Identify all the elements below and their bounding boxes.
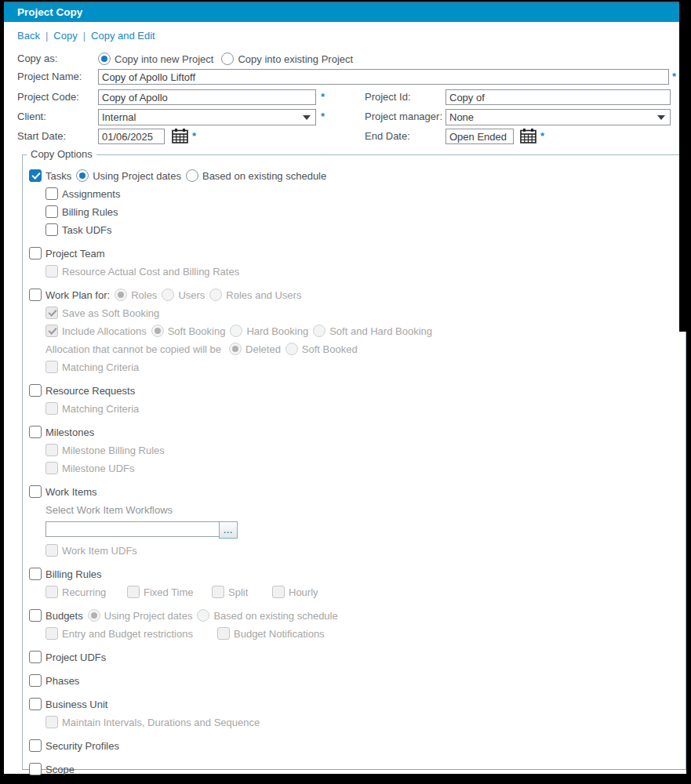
label-project-udfs: Project UDFs bbox=[45, 652, 106, 663]
label-tasks: Tasks bbox=[45, 170, 71, 182]
checkbox-billing-rules[interactable] bbox=[45, 205, 58, 218]
end-date-calendar-icon[interactable] bbox=[519, 129, 536, 144]
option-phases: Phases bbox=[29, 674, 79, 687]
radio-hard-booking bbox=[230, 325, 242, 337]
checkbox-project-team[interactable] bbox=[29, 247, 42, 260]
checkbox-resource-requests[interactable] bbox=[29, 384, 42, 397]
required-asterisk: * bbox=[192, 129, 196, 144]
checkbox-project-udfs[interactable] bbox=[29, 651, 42, 663]
copy-options-legend: Copy Options bbox=[27, 148, 96, 160]
option-using-project-dates: Using Project dates bbox=[88, 609, 193, 622]
option-row-security-profiles: Security Profiles bbox=[29, 739, 686, 752]
radio-using-project-dates bbox=[88, 609, 100, 622]
option-milestone-udfs: Milestone UDFs bbox=[45, 462, 134, 474]
label-based-on-existing-schedule: Based on existing schedule bbox=[202, 170, 326, 182]
label-resource-actual-cost-and-billing-rates: Resource Actual Cost and Billing Rates bbox=[62, 266, 239, 278]
checkbox-assignments[interactable] bbox=[45, 187, 58, 200]
radio-soft-booking bbox=[151, 325, 164, 337]
label-roles: Roles bbox=[131, 289, 157, 301]
option-row-milestone-udfs: Milestone UDFs bbox=[45, 462, 686, 474]
label-billing-rules: Billing Rules bbox=[62, 206, 118, 218]
workflow-picker-button[interactable]: ... bbox=[219, 521, 238, 539]
required-asterisk: * bbox=[321, 89, 325, 105]
option-row-request-matching-criteria: Matching Criteria bbox=[45, 402, 686, 415]
checkbox-hourly bbox=[272, 586, 285, 598]
checkbox-phases[interactable] bbox=[29, 674, 42, 687]
label-security-profiles: Security Profiles bbox=[45, 740, 119, 752]
option-using-project-dates: Using Project dates bbox=[76, 169, 181, 182]
end-date-input[interactable] bbox=[446, 129, 514, 144]
label-soft-booking: Soft Booking bbox=[168, 325, 226, 337]
label-hourly: Hourly bbox=[289, 586, 318, 598]
workflow-picker: ... bbox=[45, 521, 238, 539]
option-work-items: Work Items bbox=[29, 485, 97, 498]
label-using-project-dates: Using Project dates bbox=[93, 170, 181, 182]
checkbox-scope[interactable] bbox=[29, 763, 42, 775]
option-resource-actual-cost-and-billing-rates: Resource Actual Cost and Billing Rates bbox=[45, 265, 239, 278]
option-budgets: Budgets bbox=[29, 609, 83, 622]
checkbox-security-profiles[interactable] bbox=[29, 739, 42, 752]
option-row-work-items: Work Items bbox=[29, 485, 686, 498]
option-resource-requests: Resource Requests bbox=[29, 384, 135, 397]
option-matching-criteria: Matching Criteria bbox=[45, 361, 139, 373]
label-budgets: Budgets bbox=[45, 610, 83, 622]
option-scope: Scope bbox=[29, 763, 75, 775]
option-row-workflow-label: Select Work Item Workflows bbox=[45, 503, 686, 516]
copy-link[interactable]: Copy bbox=[53, 30, 77, 42]
back-link[interactable]: Back bbox=[17, 30, 40, 42]
checkbox-business-unit[interactable] bbox=[29, 698, 42, 710]
start-date-calendar-icon[interactable] bbox=[171, 129, 188, 144]
option-business-unit: Business Unit bbox=[29, 698, 107, 710]
project-manager-select-value: None bbox=[449, 111, 657, 123]
checkbox-milestone-udfs bbox=[45, 462, 58, 474]
link-separator: | bbox=[83, 30, 85, 42]
label-split: Split bbox=[228, 586, 248, 598]
project-code-input[interactable] bbox=[98, 89, 316, 105]
start-date-input[interactable] bbox=[98, 129, 165, 144]
checkbox-billing-rules[interactable] bbox=[29, 568, 42, 580]
copy-into-new-project-radio[interactable] bbox=[98, 53, 111, 65]
option-row-workplan-matching-criteria: Matching Criteria bbox=[45, 361, 686, 373]
option-row-resource-requests: Resource Requests bbox=[29, 384, 686, 397]
option-security-profiles: Security Profiles bbox=[29, 739, 119, 752]
client-select[interactable]: Internal bbox=[98, 109, 316, 125]
text-select-work-item-workflows: Select Work Item Workflows bbox=[45, 504, 173, 516]
option-row-budget-subs: Entry and Budget restrictionsBudget Noti… bbox=[45, 627, 686, 640]
project-manager-select[interactable]: None bbox=[446, 109, 671, 125]
label-save-as-soft-booking: Save as Soft Booking bbox=[62, 307, 159, 319]
label-recurring: Recurring bbox=[62, 586, 106, 598]
label-phases: Phases bbox=[45, 675, 79, 687]
project-name-input[interactable] bbox=[98, 69, 669, 85]
label-fixed-time: Fixed Time bbox=[144, 586, 194, 598]
option-row-business-unit: Business Unit bbox=[29, 698, 686, 710]
checkbox-task-udfs[interactable] bbox=[45, 223, 58, 236]
option-row-save-soft-booking: Save as Soft Booking bbox=[45, 307, 686, 319]
copy-and-edit-link[interactable]: Copy and Edit bbox=[91, 30, 155, 42]
label-soft-and-hard-booking: Soft and Hard Booking bbox=[329, 325, 432, 337]
option-based-on-existing-schedule: Based on existing schedule bbox=[197, 609, 337, 622]
project-id-input[interactable] bbox=[446, 89, 671, 105]
radio-based-on-existing-schedule[interactable] bbox=[186, 169, 198, 182]
project-id-label: Project Id: bbox=[365, 89, 411, 105]
radio-roles-and-users bbox=[209, 289, 222, 301]
option-work-plan-for: Work Plan for: bbox=[29, 289, 110, 301]
checkbox-work-items[interactable] bbox=[29, 485, 42, 498]
copy-into-existing-project-radio[interactable] bbox=[221, 53, 234, 65]
work-item-workflows-input[interactable] bbox=[45, 521, 220, 537]
option-maintain-intervals-durations-and-sequence: Maintain Intervals, Durations and Sequen… bbox=[45, 716, 260, 728]
label-entry-and-budget-restrictions: Entry and Budget restrictions bbox=[62, 628, 193, 640]
label-milestone-udfs: Milestone UDFs bbox=[62, 463, 134, 474]
checkbox-resource-actual-cost-and-billing-rates bbox=[45, 265, 58, 278]
option-roles: Roles bbox=[115, 289, 157, 301]
checkbox-milestones[interactable] bbox=[29, 426, 42, 438]
radio-using-project-dates[interactable] bbox=[76, 169, 89, 182]
checkbox-work-plan-for[interactable] bbox=[29, 289, 42, 301]
label-business-unit: Business Unit bbox=[45, 699, 107, 710]
option-assignments: Assignments bbox=[45, 187, 120, 200]
checkbox-tasks[interactable] bbox=[29, 169, 42, 182]
option-row-task-udfs: Task UDFs bbox=[45, 223, 686, 236]
radio-users bbox=[162, 289, 174, 301]
option-roles-and-users: Roles and Users bbox=[209, 289, 301, 301]
checkbox-budgets[interactable] bbox=[29, 609, 42, 622]
label-budget-notifications: Budget Notifications bbox=[234, 628, 325, 640]
